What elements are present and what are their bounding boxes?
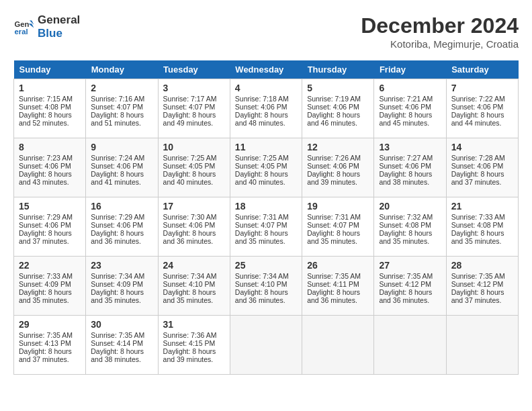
calendar-cell: 2 Sunrise: 7:16 AM Sunset: 4:07 PM Dayli…: [86, 79, 158, 138]
daylight: Daylight: 8 hours and 48 minutes.: [235, 111, 288, 127]
day-number: 25: [235, 260, 297, 271]
sunrise: Sunrise: 7:29 AM: [19, 213, 73, 221]
sunset: Sunset: 4:07 PM: [307, 221, 359, 229]
title-block: December 2024 Kotoriba, Megimurje, Croat…: [361, 13, 519, 50]
col-header-friday: Friday: [374, 60, 446, 79]
sunrise: Sunrise: 7:23 AM: [19, 154, 73, 162]
daylight: Daylight: 8 hours and 35 minutes.: [235, 229, 288, 245]
day-number: 9: [91, 142, 152, 152]
day-number: 19: [307, 201, 369, 212]
calendar-cell: 10 Sunrise: 7:25 AM Sunset: 4:05 PM Dayl…: [158, 138, 230, 197]
sunset: Sunset: 4:12 PM: [451, 280, 504, 288]
calendar-cell: 9 Sunrise: 7:24 AM Sunset: 4:06 PM Dayli…: [86, 138, 158, 197]
calendar-cell: 27 Sunrise: 7:35 AM Sunset: 4:12 PM Dayl…: [374, 257, 446, 316]
day-number: 3: [163, 83, 225, 93]
sunset: Sunset: 4:08 PM: [379, 221, 431, 229]
sunrise: Sunrise: 7:18 AM: [235, 95, 289, 103]
sunrise: Sunrise: 7:15 AM: [19, 95, 73, 103]
daylight: Daylight: 8 hours and 45 minutes.: [379, 111, 432, 127]
calendar-cell: 3 Sunrise: 7:17 AM Sunset: 4:07 PM Dayli…: [158, 79, 230, 138]
calendar-cell: [230, 316, 302, 375]
day-number: 16: [91, 201, 152, 212]
sunrise: Sunrise: 7:33 AM: [19, 272, 73, 280]
daylight: Daylight: 8 hours and 35 minutes.: [379, 229, 432, 245]
calendar-cell: 7 Sunrise: 7:22 AM Sunset: 4:06 PM Dayli…: [446, 79, 518, 138]
calendar-cell: 21 Sunrise: 7:33 AM Sunset: 4:08 PM Dayl…: [446, 197, 518, 257]
sunset: Sunset: 4:06 PM: [379, 162, 431, 170]
sunrise: Sunrise: 7:25 AM: [235, 154, 289, 162]
sunset: Sunset: 4:10 PM: [163, 280, 216, 288]
calendar-cell: 5 Sunrise: 7:19 AM Sunset: 4:06 PM Dayli…: [302, 79, 374, 138]
sunrise: Sunrise: 7:26 AM: [307, 154, 361, 162]
svg-marker-3: [28, 24, 34, 28]
day-number: 8: [19, 142, 81, 152]
daylight: Daylight: 8 hours and 35 minutes.: [163, 288, 216, 304]
sunset: Sunset: 4:09 PM: [19, 280, 71, 288]
daylight: Daylight: 8 hours and 36 minutes.: [379, 288, 432, 304]
sunset: Sunset: 4:06 PM: [19, 162, 71, 170]
sunrise: Sunrise: 7:34 AM: [163, 272, 217, 280]
svg-text:eral: eral: [15, 28, 28, 36]
calendar-cell: 22 Sunrise: 7:33 AM Sunset: 4:09 PM Dayl…: [14, 257, 86, 316]
calendar-cell: [302, 316, 374, 375]
sunset: Sunset: 4:07 PM: [163, 103, 216, 111]
day-number: 17: [163, 201, 225, 212]
daylight: Daylight: 8 hours and 46 minutes.: [307, 111, 360, 127]
calendar-cell: 23 Sunrise: 7:34 AM Sunset: 4:09 PM Dayl…: [86, 257, 158, 316]
col-header-wednesday: Wednesday: [230, 60, 302, 79]
day-number: 6: [379, 83, 441, 93]
daylight: Daylight: 8 hours and 36 minutes.: [91, 229, 144, 245]
calendar-cell: 8 Sunrise: 7:23 AM Sunset: 4:06 PM Dayli…: [14, 138, 86, 197]
daylight: Daylight: 8 hours and 37 minutes.: [451, 288, 504, 304]
calendar-cell: 30 Sunrise: 7:35 AM Sunset: 4:14 PM Dayl…: [86, 316, 158, 375]
sunrise: Sunrise: 7:28 AM: [451, 154, 505, 162]
day-number: 2: [91, 83, 152, 93]
sunset: Sunset: 4:06 PM: [307, 162, 359, 170]
daylight: Daylight: 8 hours and 36 minutes.: [163, 229, 216, 245]
calendar-cell: 31 Sunrise: 7:36 AM Sunset: 4:15 PM Dayl…: [158, 316, 230, 375]
sunset: Sunset: 4:06 PM: [451, 162, 504, 170]
calendar-week-2: 8 Sunrise: 7:23 AM Sunset: 4:06 PM Dayli…: [14, 138, 519, 197]
day-number: 1: [19, 83, 81, 93]
sunset: Sunset: 4:06 PM: [451, 103, 504, 111]
sunrise: Sunrise: 7:27 AM: [379, 154, 433, 162]
calendar-body: 1 Sunrise: 7:15 AM Sunset: 4:08 PM Dayli…: [14, 79, 519, 375]
month-title: December 2024: [361, 13, 519, 38]
calendar-cell: [374, 316, 446, 375]
calendar-cell: 13 Sunrise: 7:27 AM Sunset: 4:06 PM Dayl…: [374, 138, 446, 197]
day-number: 30: [91, 319, 152, 330]
daylight: Daylight: 8 hours and 36 minutes.: [307, 288, 360, 304]
calendar-cell: 18 Sunrise: 7:31 AM Sunset: 4:07 PM Dayl…: [230, 197, 302, 257]
sunset: Sunset: 4:15 PM: [163, 339, 216, 347]
sunset: Sunset: 4:06 PM: [235, 103, 287, 111]
daylight: Daylight: 8 hours and 41 minutes.: [91, 170, 144, 186]
day-number: 29: [19, 319, 81, 330]
sunset: Sunset: 4:11 PM: [307, 280, 359, 288]
sunset: Sunset: 4:06 PM: [91, 162, 143, 170]
sunrise: Sunrise: 7:34 AM: [91, 272, 144, 280]
calendar-week-1: 1 Sunrise: 7:15 AM Sunset: 4:08 PM Dayli…: [14, 79, 519, 138]
sunrise: Sunrise: 7:35 AM: [19, 331, 73, 339]
daylight: Daylight: 8 hours and 52 minutes.: [19, 111, 72, 127]
daylight: Daylight: 8 hours and 39 minutes.: [307, 170, 360, 186]
sunrise: Sunrise: 7:31 AM: [307, 213, 361, 221]
sunrise: Sunrise: 7:30 AM: [163, 213, 217, 221]
sunrise: Sunrise: 7:34 AM: [235, 272, 289, 280]
col-header-monday: Monday: [86, 60, 158, 79]
sunset: Sunset: 4:12 PM: [379, 280, 431, 288]
day-number: 21: [451, 201, 513, 212]
calendar-cell: 15 Sunrise: 7:29 AM Sunset: 4:06 PM Dayl…: [14, 197, 86, 257]
sunset: Sunset: 4:09 PM: [91, 280, 143, 288]
sunset: Sunset: 4:06 PM: [19, 221, 71, 229]
calendar-week-4: 22 Sunrise: 7:33 AM Sunset: 4:09 PM Dayl…: [14, 257, 519, 316]
sunrise: Sunrise: 7:36 AM: [163, 331, 217, 339]
day-number: 10: [163, 142, 225, 152]
logo-line1: General: [38, 13, 80, 27]
sunrise: Sunrise: 7:35 AM: [451, 272, 505, 280]
sunset: Sunset: 4:06 PM: [379, 103, 431, 111]
day-number: 12: [307, 142, 369, 152]
day-number: 5: [307, 83, 369, 93]
page-header: Gen eral General Blue December 2024 Koto…: [13, 13, 519, 50]
sunset: Sunset: 4:07 PM: [235, 221, 287, 229]
daylight: Daylight: 8 hours and 37 minutes.: [19, 347, 72, 363]
